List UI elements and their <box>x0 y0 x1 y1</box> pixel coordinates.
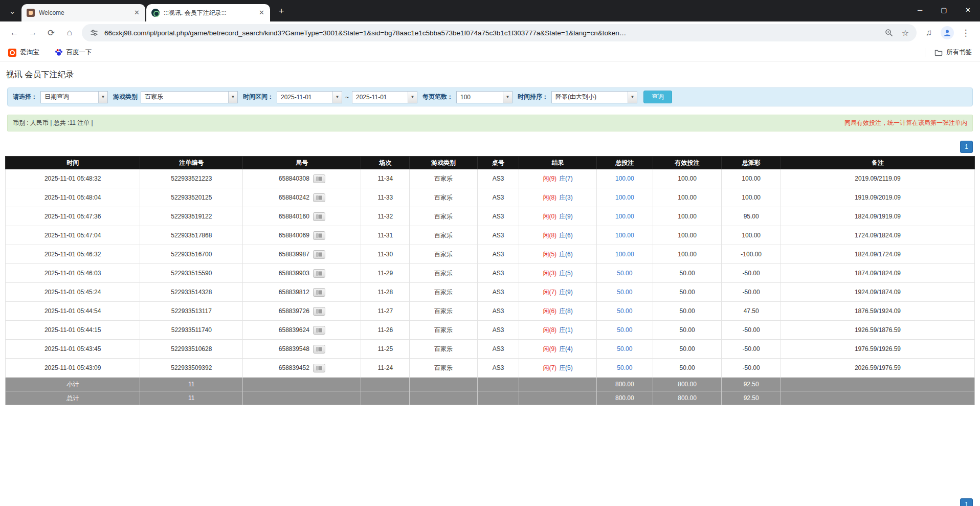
time-cell: 2025-11-01 05:46:32 <box>6 245 140 264</box>
round-id: 658840242 <box>279 193 309 201</box>
result-banker: 庄(6) <box>559 232 573 239</box>
session-cell: 11-26 <box>361 321 410 340</box>
valid-bet-cell: 50.00 <box>653 359 722 378</box>
new-tab-button[interactable]: + <box>274 4 288 18</box>
chevron-down-icon[interactable]: ▼ <box>98 92 107 103</box>
cards-image-icon[interactable] <box>313 250 325 259</box>
page-1-button[interactable]: 1 <box>960 498 973 506</box>
all-bookmarks-button[interactable]: 所有书签 <box>932 46 974 59</box>
tab-close-icon[interactable]: ✕ <box>132 9 141 17</box>
total-bet-cell: 50.00 <box>596 340 653 359</box>
chevron-down-icon[interactable]: ▼ <box>332 92 342 103</box>
page-content: 视讯 会员下注纪录 请选择： 日期查询 ▼ 游戏类别 百家乐 ▼ 时间区间： 2… <box>0 61 980 506</box>
bet-id-cell: 522933519122 <box>140 207 243 226</box>
query-type-select[interactable]: 日期查询 ▼ <box>40 91 108 103</box>
game-type-cell: 百家乐 <box>410 226 478 245</box>
page-title: 视讯 会员下注纪录 <box>6 70 980 80</box>
url-text[interactable]: 66cxkj98.com/ipl/portal.php/game/betreco… <box>104 29 879 37</box>
total-bet-link[interactable]: 100.00 <box>615 175 634 182</box>
game-type-cell: 百家乐 <box>410 283 478 302</box>
table-no-cell: AS3 <box>477 188 519 207</box>
round-cell: 658839987 <box>243 245 361 264</box>
subtotal-cell <box>361 378 410 391</box>
table-no-cell: AS3 <box>477 245 519 264</box>
back-icon[interactable]: ← <box>6 25 23 41</box>
address-bar[interactable]: 66cxkj98.com/ipl/portal.php/game/betreco… <box>82 24 917 41</box>
cards-image-icon[interactable] <box>313 174 325 183</box>
cards-image-icon[interactable] <box>313 269 325 278</box>
maximize-button[interactable]: ▢ <box>932 0 956 19</box>
page-1-button[interactable]: 1 <box>960 141 973 153</box>
chevron-down-icon[interactable]: ▼ <box>408 92 417 103</box>
total-bet-link[interactable]: 100.00 <box>615 194 634 201</box>
chevron-down-icon[interactable]: ▼ <box>628 92 637 103</box>
cards-image-icon[interactable] <box>313 326 325 335</box>
site-info-tune-icon[interactable] <box>88 27 100 39</box>
cards-image-icon[interactable] <box>313 231 325 240</box>
bet-id-cell: 522933515590 <box>140 264 243 283</box>
search-button[interactable]: 查询 <box>643 91 672 103</box>
table-row: 2025-11-01 05:48:32522933521223658840308… <box>6 169 975 188</box>
refresh-icon[interactable]: ⟳ <box>43 25 59 41</box>
cards-image-icon[interactable] <box>313 212 325 221</box>
cards-image-icon[interactable] <box>313 193 325 202</box>
column-header: 时间 <box>6 157 140 169</box>
bookmark-aitaobao[interactable]: 爱淘宝 <box>6 46 41 59</box>
total-bet-link[interactable]: 50.00 <box>617 289 632 296</box>
date-from-select[interactable]: 2025-11-01 ▼ <box>277 91 342 103</box>
total-bet-link[interactable]: 50.00 <box>617 326 632 334</box>
menu-kebab-icon[interactable]: ⋮ <box>957 25 974 41</box>
profile-avatar-icon[interactable] <box>939 25 955 41</box>
game-type-cell: 百家乐 <box>410 264 478 283</box>
subtotal-cell: 11 <box>140 378 243 391</box>
chevron-down-icon[interactable]: ▼ <box>503 92 512 103</box>
summary-bar: 币别 : 人民币 | 总共 :11 注单 | 同局有效投注，统一计算在该局第一张… <box>7 115 973 131</box>
total-bet-link[interactable]: 50.00 <box>617 364 632 371</box>
bet-id-cell: 522933516700 <box>140 245 243 264</box>
total-cell <box>781 391 974 405</box>
result-cell: 闲(8)庄(3) <box>519 188 597 207</box>
cards-image-icon[interactable] <box>313 307 325 316</box>
cards-image-icon[interactable] <box>313 364 325 372</box>
tab-search-chevron-icon[interactable]: ⌄ <box>5 4 19 18</box>
tab-close-icon[interactable]: ✕ <box>257 9 266 17</box>
minimize-button[interactable]: ─ <box>908 0 932 19</box>
total-bet-link[interactable]: 100.00 <box>615 213 634 220</box>
round-id: 658839548 <box>279 345 309 352</box>
bookmark-baidu[interactable]: 百度一下 <box>53 46 94 59</box>
tab-welcome[interactable]: Welcome ✕ <box>21 4 145 21</box>
result-player: 闲(3) <box>543 270 556 277</box>
total-bet-link[interactable]: 50.00 <box>617 307 632 315</box>
game-type-value: 百家乐 <box>141 92 228 103</box>
close-button[interactable]: ✕ <box>956 0 980 19</box>
date-to-select[interactable]: 2025-11-01 ▼ <box>352 91 417 103</box>
sort-select[interactable]: 降幂(由大到小) ▼ <box>551 91 637 103</box>
home-icon[interactable]: ⌂ <box>61 25 78 41</box>
cards-image-icon[interactable] <box>313 288 325 297</box>
total-bet-link[interactable]: 50.00 <box>617 270 632 277</box>
page-size-select[interactable]: 100 ▼ <box>456 91 513 103</box>
total-bet-link[interactable]: 50.00 <box>617 345 632 353</box>
date-to-value: 2025-11-01 <box>352 92 408 103</box>
session-cell: 11-30 <box>361 245 410 264</box>
result-player: 闲(8) <box>543 232 556 239</box>
chevron-down-icon[interactable]: ▼ <box>228 92 237 103</box>
total-bet-link[interactable]: 100.00 <box>615 232 634 239</box>
game-type-select[interactable]: 百家乐 ▼ <box>141 91 238 103</box>
bookmark-star-icon[interactable]: ☆ <box>899 27 911 39</box>
column-header: 局号 <box>243 157 361 169</box>
cards-image-icon[interactable] <box>313 345 325 354</box>
result-player: 闲(7) <box>543 289 556 296</box>
media-controls-icon[interactable]: ♫ <box>921 25 937 41</box>
zoom-icon[interactable] <box>883 27 895 39</box>
forward-icon[interactable]: → <box>25 25 41 41</box>
note-cell: 1926.59/1876.59 <box>781 321 974 340</box>
tab-bet-records[interactable]: :::视讯. 会员下注纪录::: ✕ <box>146 4 270 21</box>
bookmark-label: 百度一下 <box>66 48 92 57</box>
total-bet-link[interactable]: 100.00 <box>615 251 634 258</box>
result-cell: 闲(8)庄(1) <box>519 321 597 340</box>
note-cell: 1976.59/1926.59 <box>781 340 974 359</box>
subtotal-cell <box>477 378 519 391</box>
note-cell: 1824.09/1919.09 <box>781 207 974 226</box>
result-player: 闲(6) <box>543 307 556 315</box>
